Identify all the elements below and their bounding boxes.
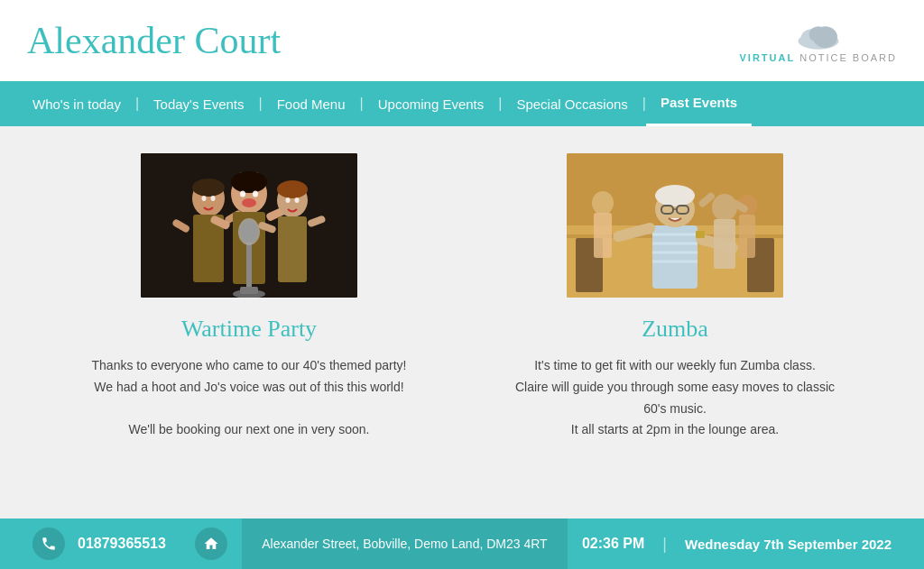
nav-sep-1: | <box>135 96 139 112</box>
svg-point-33 <box>295 197 300 203</box>
address-text: Alexander Street, Bobville, Demo Land, D… <box>262 537 547 551</box>
wartime-line3: We'll be booking our next one in very so… <box>128 422 369 436</box>
footer-phone-section: 01879365513 <box>18 528 180 560</box>
svg-point-31 <box>277 180 308 198</box>
svg-rect-26 <box>278 216 307 282</box>
navigation: Who's in today | Today's Events | Food M… <box>0 81 924 126</box>
logo: VIRTUAL NOTICE BOARD <box>740 19 897 63</box>
svg-point-24 <box>242 198 256 207</box>
cloud-icon <box>791 19 845 50</box>
nav-sep-5: | <box>642 96 646 112</box>
phone-number: 01879365513 <box>78 536 166 552</box>
zumba-line2: Claire will guide you through some easy … <box>515 380 835 394</box>
zumba-svg <box>567 153 783 298</box>
wartime-party-text: Thanks to everyone who came to our 40's … <box>92 355 407 441</box>
zumba-text: It's time to get fit with our weekly fun… <box>515 355 835 441</box>
app-title: Alexander Court <box>27 19 281 62</box>
nav-todays-events[interactable]: Today's Events <box>139 81 258 126</box>
nav-sep-2: | <box>259 96 263 112</box>
nav-special-occasions[interactable]: Special Occasions <box>502 81 642 126</box>
header: Alexander Court VIRTUAL NOTICE BOARD <box>0 0 924 81</box>
zumba-line4: It all starts at 2pm in the lounge area. <box>571 422 779 436</box>
home-svg <box>203 536 219 552</box>
phone-icon <box>32 528 65 560</box>
logo-text: VIRTUAL NOTICE BOARD <box>740 52 897 63</box>
nav-whos-in[interactable]: Who's in today <box>18 81 135 126</box>
svg-point-3 <box>808 26 827 42</box>
zumba-line3: 60's music. <box>643 401 707 416</box>
footer-date: Wednesday 7th September 2022 <box>685 537 892 552</box>
svg-rect-66 <box>567 153 783 298</box>
zumba-line1: It's time to get fit with our weekly fun… <box>534 358 816 372</box>
svg-point-36 <box>241 221 257 243</box>
footer-time: 02:36 PM <box>582 536 644 552</box>
svg-point-22 <box>240 191 245 197</box>
zumba-title: Zumba <box>642 316 708 343</box>
footer-time-section: 02:36 PM | Wednesday 7th September 2022 <box>568 535 906 554</box>
wartime-line2: We had a hoot and Jo's voice was out of … <box>94 380 403 394</box>
card-zumba: Zumba It's time to get fit with our week… <box>485 153 864 441</box>
wartime-image <box>141 153 357 298</box>
footer-home-section <box>180 528 242 560</box>
nav-food-menu[interactable]: Food Menu <box>263 81 360 126</box>
wartime-party-title: Wartime Party <box>181 316 317 343</box>
svg-point-14 <box>211 196 216 201</box>
svg-point-21 <box>231 171 267 193</box>
svg-point-13 <box>202 196 207 201</box>
logo-brand: VIRTUAL <box>740 52 796 63</box>
wartime-line1: Thanks to everyone who came to our 40's … <box>92 358 407 372</box>
card-wartime-party: Wartime Party Thanks to everyone who cam… <box>60 153 439 441</box>
wartime-svg <box>141 153 357 298</box>
footer-time-divider: | <box>662 535 667 554</box>
svg-point-23 <box>253 191 258 197</box>
nav-sep-3: | <box>360 96 364 112</box>
home-icon <box>195 528 227 560</box>
footer: 01879365513 Alexander Street, Bobville, … <box>0 519 924 569</box>
wartime-illustration <box>141 153 357 298</box>
main-content: Wartime Party Thanks to everyone who cam… <box>0 126 924 495</box>
nav-sep-4: | <box>498 96 502 112</box>
footer-address-section: Alexander Street, Bobville, Demo Land, D… <box>242 519 568 569</box>
zumba-illustration <box>567 153 783 298</box>
nav-upcoming-events[interactable]: Upcoming Events <box>364 81 499 126</box>
nav-past-events[interactable]: Past Events <box>646 81 752 126</box>
svg-point-12 <box>192 179 225 197</box>
zumba-image <box>567 153 783 298</box>
phone-svg <box>41 536 57 552</box>
svg-rect-38 <box>240 287 258 294</box>
svg-point-32 <box>286 197 291 203</box>
cards-container: Wartime Party Thanks to everyone who cam… <box>54 153 870 441</box>
